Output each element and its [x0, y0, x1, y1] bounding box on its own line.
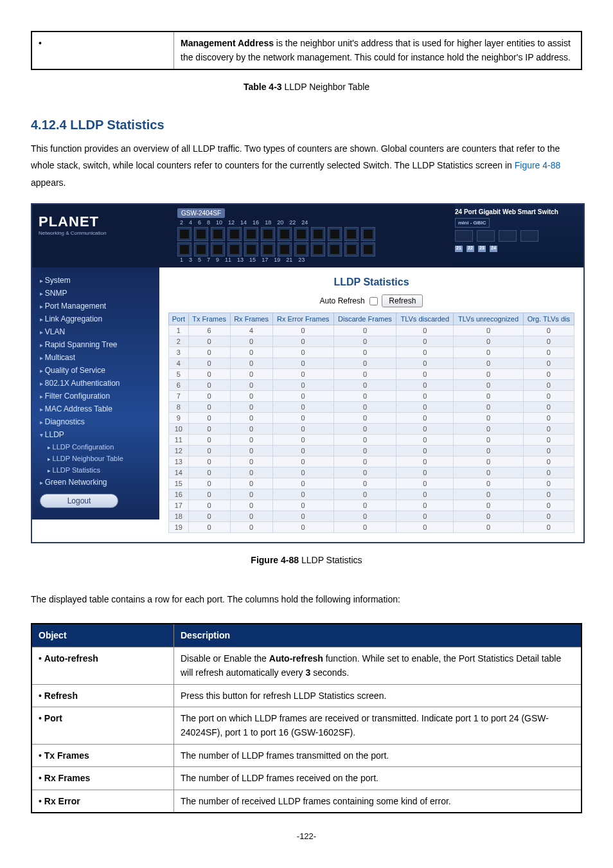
- desc-row: • Tx FramesThe number of LLDP frames tra…: [31, 744, 582, 766]
- stats-cell: 0: [230, 489, 272, 500]
- stats-cell: 0: [272, 489, 333, 500]
- stats-cell: 0: [454, 336, 523, 347]
- sidebar-item-port-management[interactable]: Port Management: [32, 300, 159, 312]
- gbic-port[interactable]: [499, 230, 517, 242]
- section-title: LLDP Statistics: [70, 118, 164, 132]
- port-num-3: 3: [189, 257, 192, 263]
- refresh-button[interactable]: Refresh: [382, 294, 423, 307]
- desc-label: • Rx Frames: [31, 767, 174, 790]
- port-block[interactable]: [244, 227, 258, 241]
- sidebar-item-lldp[interactable]: LLDP: [32, 428, 159, 441]
- stats-cell: 0: [454, 500, 523, 511]
- port-block[interactable]: [344, 242, 359, 257]
- port-block[interactable]: [261, 227, 275, 241]
- port-row-bottom: [177, 242, 450, 257]
- port-block[interactable]: [328, 227, 342, 241]
- port-block[interactable]: [194, 227, 208, 241]
- stats-cell: 0: [396, 500, 454, 511]
- auto-refresh-label: Auto Refresh: [320, 296, 365, 305]
- mini-gbic-label: mini - GBIC: [455, 218, 490, 228]
- sidebar-item-diagnostics[interactable]: Diagnostics: [32, 415, 159, 428]
- port-block[interactable]: [211, 227, 225, 241]
- stats-cell: 0: [230, 521, 272, 532]
- stats-cell: 0: [454, 423, 523, 434]
- sidebar-item-mac-address-table[interactable]: MAC Address Table: [32, 402, 159, 415]
- gbic-ports-top: [455, 230, 577, 242]
- port-block[interactable]: [328, 242, 342, 257]
- stats-cell: 0: [272, 511, 333, 521]
- mgmt-addr-label: Management Address: [181, 38, 274, 48]
- port-num-18: 18: [265, 219, 271, 226]
- stats-row: 70000000: [169, 390, 574, 401]
- sidebar-item-filter-configuration[interactable]: Filter Configuration: [32, 390, 159, 402]
- stats-row: 140000000: [169, 467, 574, 478]
- port-block[interactable]: [344, 227, 359, 241]
- gbic-tab: 23: [478, 246, 486, 252]
- port-block[interactable]: [244, 242, 258, 257]
- port-block[interactable]: [227, 242, 242, 257]
- stats-row: 150000000: [169, 478, 574, 489]
- logout-button[interactable]: Logout: [40, 494, 118, 508]
- sidebar-item-system[interactable]: System: [32, 274, 159, 287]
- port-block[interactable]: [294, 242, 308, 257]
- desc-row: • Rx ErrorThe number of received LLDP fr…: [31, 790, 582, 813]
- sidebar-item-rapid-spanning-tree[interactable]: Rapid Spanning Tree: [32, 338, 159, 351]
- figure-link[interactable]: Figure 4-88: [515, 160, 561, 170]
- port-block[interactable]: [227, 227, 242, 241]
- sidebar-sub-lldp-neighbour-table[interactable]: LLDP Neighbour Table: [32, 453, 159, 464]
- port-block[interactable]: [177, 227, 191, 241]
- gbic-tab: 24: [490, 246, 497, 252]
- stats-cell: 10: [169, 423, 189, 434]
- port-block[interactable]: [177, 242, 191, 257]
- sidebar-item-snmp[interactable]: SNMP: [32, 287, 159, 300]
- sidebar-item-link-aggregation[interactable]: Link Aggregation: [32, 312, 159, 325]
- stats-cell: 0: [188, 390, 230, 401]
- sidebar-item-green-networking[interactable]: Green Networking: [32, 476, 159, 489]
- sidebar-item-802-1x-authentication[interactable]: 802.1X Authentication: [32, 377, 159, 390]
- stats-cell: 1: [169, 325, 189, 336]
- stats-cell: 0: [188, 412, 230, 423]
- port-block[interactable]: [278, 227, 292, 241]
- gbic-port[interactable]: [520, 230, 538, 242]
- section-heading: 4.12.4 LLDP Statistics: [31, 118, 582, 132]
- stats-cell: 0: [523, 423, 574, 434]
- stats-cell: 0: [454, 401, 523, 412]
- auto-refresh-checkbox[interactable]: [369, 297, 378, 305]
- auto-refresh-row: Auto Refresh Refresh: [168, 294, 574, 307]
- stats-cell: 0: [333, 336, 396, 347]
- stats-cell: 0: [188, 434, 230, 445]
- desc-row: • PortThe port on which LLDP frames are …: [31, 707, 582, 745]
- sidebar-sub-lldp-configuration[interactable]: LLDP Configuration: [32, 441, 159, 453]
- stats-cell: 9: [169, 412, 189, 423]
- stats-cell: 0: [523, 336, 574, 347]
- gbic-port[interactable]: [455, 230, 473, 242]
- sidebar-item-quality-of-service[interactable]: Quality of Service: [32, 364, 159, 377]
- sidebar-item-vlan[interactable]: VLAN: [32, 325, 159, 338]
- port-block[interactable]: [311, 227, 325, 241]
- stats-col-tx-frames: Tx Frames: [188, 312, 230, 325]
- sidebar-sub-lldp-statistics[interactable]: LLDP Statistics: [32, 464, 159, 476]
- stats-col-discarde-frames: Discarde Frames: [333, 312, 396, 325]
- stats-row: 80000000: [169, 401, 574, 412]
- port-block[interactable]: [278, 242, 292, 257]
- port-block[interactable]: [361, 242, 375, 257]
- sidebar-item-multicast[interactable]: Multicast: [32, 351, 159, 364]
- port-block[interactable]: [294, 227, 308, 241]
- stats-cell: 0: [333, 412, 396, 423]
- stats-cell: 0: [454, 368, 523, 379]
- logo-cell: PLANET Networking & Communication: [32, 204, 172, 267]
- stats-cell: 0: [523, 500, 574, 511]
- port-block[interactable]: [194, 242, 208, 257]
- stats-cell: 0: [188, 478, 230, 489]
- desc-header-object: Object: [31, 624, 174, 647]
- port-block[interactable]: [261, 242, 275, 257]
- stats-cell: 0: [396, 347, 454, 357]
- port-block[interactable]: [361, 227, 375, 241]
- port-block[interactable]: [311, 242, 325, 257]
- stats-cell: 0: [188, 467, 230, 478]
- stats-cell: 0: [454, 478, 523, 489]
- stats-cell: 0: [333, 347, 396, 357]
- gbic-port[interactable]: [477, 230, 495, 242]
- port-block[interactable]: [211, 242, 225, 257]
- stats-cell: 0: [396, 379, 454, 390]
